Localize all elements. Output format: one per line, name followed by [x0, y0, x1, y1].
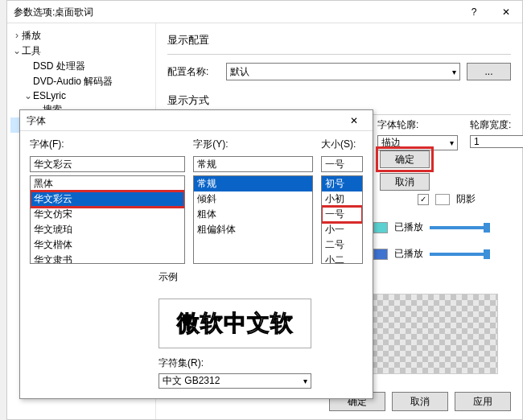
style-listbox[interactable]: 常规倾斜粗体粗偏斜体 — [193, 175, 313, 264]
style-input[interactable]: 常规 — [193, 156, 313, 172]
shadow-label: 阴影 — [456, 192, 476, 206]
tree-item-dvd[interactable]: DVD-Audio 解码器 — [10, 74, 152, 89]
list-item[interactable]: 华文琥珀 — [31, 222, 184, 237]
list-item[interactable]: 常规 — [194, 176, 312, 191]
sample-text: 微软中文软 — [177, 308, 294, 339]
help-icon[interactable]: ? — [458, 1, 490, 23]
fontdlg-titlebar: 字体 ✕ — [20, 110, 373, 131]
outline-select[interactable]: 描边▾ — [377, 135, 458, 150]
list-item[interactable]: 粗体 — [194, 207, 312, 222]
prefs-titlebar: 参数选项:桌面歌词 ? ✕ — [7, 1, 522, 23]
list-item[interactable]: 华文仿宋 — [31, 207, 184, 222]
prefs-title-text: 参数选项:桌面歌词 — [14, 1, 93, 23]
charset-select[interactable]: 中文 GB2312▾ — [159, 373, 311, 389]
played-label-1: 已播放 — [394, 220, 423, 234]
config-more-button[interactable]: ... — [467, 63, 511, 80]
outline-label: 字体轮廓: — [377, 118, 458, 132]
chevron-down-icon: ▾ — [303, 377, 307, 385]
size-listbox[interactable]: 初号小初一号小一二号小二三号 — [321, 175, 363, 264]
tree-item-dsd[interactable]: DSD 处理器 — [10, 59, 152, 74]
played-slider-2[interactable] — [430, 253, 490, 256]
list-item[interactable]: 小一 — [322, 222, 362, 237]
tree-item-eslyric[interactable]: ⌄ESLyric — [10, 89, 152, 102]
shadow-checkbox[interactable] — [418, 194, 429, 205]
tree-item-play[interactable]: ›播放 — [10, 28, 152, 43]
list-item[interactable]: 小初 — [322, 191, 362, 207]
list-item[interactable]: 一号 — [322, 207, 362, 222]
width-label: 轮廓宽度: — [470, 118, 523, 132]
list-item[interactable]: 二号 — [322, 237, 362, 253]
size-input[interactable]: 一号 — [321, 156, 363, 172]
list-item[interactable]: 黑体 — [31, 176, 184, 191]
played-swatch-2[interactable] — [373, 249, 388, 260]
list-item[interactable]: 初号 — [322, 176, 362, 191]
shadow-swatch[interactable] — [435, 194, 450, 205]
fontdlg-ok-button[interactable]: 确定 — [380, 150, 430, 168]
sample-label: 示例 — [159, 271, 178, 282]
fontdlg-title-text: 字体 — [27, 110, 46, 130]
sample-box: 微软中文软 — [159, 299, 311, 348]
chevron-down-icon: ▾ — [452, 68, 456, 76]
prefs-apply-button[interactable]: 应用 — [455, 392, 511, 411]
style-field-label: 字形(Y): — [193, 138, 313, 151]
played-label-2: 已播放 — [394, 247, 423, 261]
close-icon[interactable]: ✕ — [490, 1, 522, 23]
preview-area — [365, 294, 498, 374]
fontdlg-close-icon[interactable]: ✕ — [342, 110, 366, 130]
played-slider-1[interactable] — [430, 226, 490, 229]
font-listbox[interactable]: 黑体华文彩云华文仿宋华文琥珀华文楷体华文隶书华文宋体 — [30, 175, 185, 264]
section-display-config: 显示配置 — [167, 33, 511, 47]
prefs-cancel-button[interactable]: 取消 — [392, 392, 448, 411]
list-item[interactable]: 小二 — [322, 253, 362, 264]
list-item[interactable]: 华文楷体 — [31, 237, 184, 253]
config-name-label: 配置名称: — [167, 65, 220, 79]
list-item[interactable]: 倾斜 — [194, 191, 312, 207]
fontdlg-cancel-button[interactable]: 取消 — [380, 173, 430, 191]
list-item[interactable]: 华文彩云 — [31, 191, 184, 207]
tree-item-tools[interactable]: ⌄工具 — [10, 43, 152, 59]
font-dialog: 字体 ✕ 字体(F): 华文彩云 黑体华文彩云华文仿宋华文琥珀华文楷体华文隶书华… — [19, 109, 373, 399]
config-name-select[interactable]: 默认▾ — [226, 63, 460, 80]
list-item[interactable]: 华文隶书 — [31, 253, 184, 264]
section-display-mode: 显示方式 — [167, 93, 511, 108]
font-input[interactable]: 华文彩云 — [30, 156, 185, 172]
size-field-label: 大小(S): — [321, 138, 363, 151]
played-swatch-1[interactable] — [373, 222, 388, 233]
charset-label: 字符集(R): — [159, 356, 311, 370]
width-spinner[interactable]: 1▴▾ — [470, 135, 523, 148]
list-item[interactable]: 粗偏斜体 — [194, 222, 312, 237]
chevron-down-icon: ▾ — [450, 138, 454, 147]
font-field-label: 字体(F): — [30, 138, 185, 151]
